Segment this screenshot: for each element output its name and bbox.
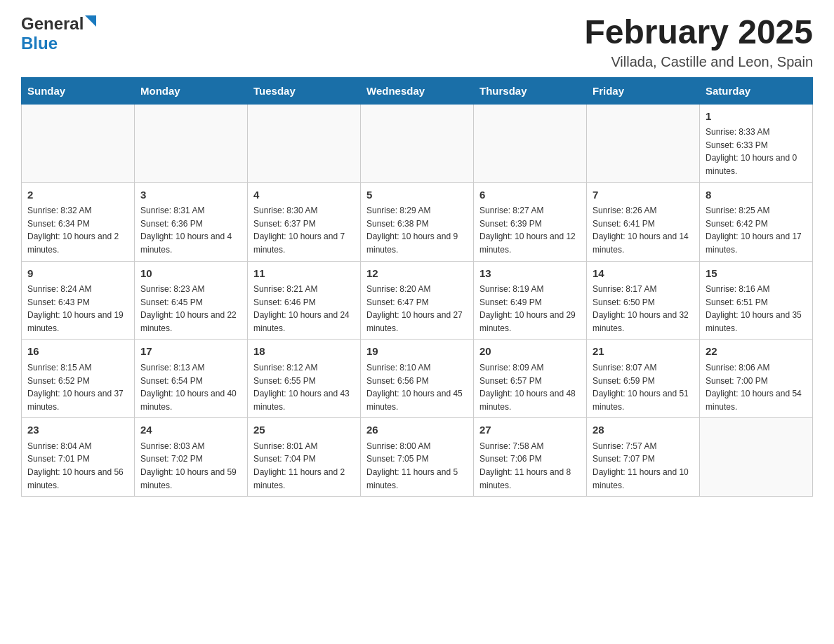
day-number: 5 xyxy=(366,187,468,203)
calendar-cell: 3Sunrise: 8:31 AM Sunset: 6:36 PM Daylig… xyxy=(135,182,248,261)
calendar-cell: 8Sunrise: 8:25 AM Sunset: 6:42 PM Daylig… xyxy=(700,182,813,261)
calendar-cell: 18Sunrise: 8:12 AM Sunset: 6:55 PM Dayli… xyxy=(248,340,361,418)
day-info: Sunrise: 8:03 AM Sunset: 7:02 PM Dayligh… xyxy=(140,440,241,492)
weekday-header-sunday: Sunday xyxy=(22,77,135,104)
day-info: Sunrise: 8:33 AM Sunset: 6:33 PM Dayligh… xyxy=(706,126,807,177)
day-info: Sunrise: 8:10 AM Sunset: 6:56 PM Dayligh… xyxy=(366,361,468,413)
day-info: Sunrise: 8:13 AM Sunset: 6:54 PM Dayligh… xyxy=(140,361,241,413)
location-text: Villada, Castille and Leon, Spain xyxy=(584,54,813,70)
calendar-week-row: 1Sunrise: 8:33 AM Sunset: 6:33 PM Daylig… xyxy=(22,104,813,182)
calendar-cell: 21Sunrise: 8:07 AM Sunset: 6:59 PM Dayli… xyxy=(587,340,700,418)
calendar-cell xyxy=(22,104,135,182)
month-title: February 2025 xyxy=(584,14,813,51)
day-info: Sunrise: 8:17 AM Sunset: 6:50 PM Dayligh… xyxy=(593,283,694,335)
day-number: 10 xyxy=(140,266,241,282)
calendar-week-row: 16Sunrise: 8:15 AM Sunset: 6:52 PM Dayli… xyxy=(22,340,813,418)
calendar-cell xyxy=(248,104,361,182)
day-info: Sunrise: 8:16 AM Sunset: 6:51 PM Dayligh… xyxy=(706,283,807,335)
calendar-cell: 23Sunrise: 8:04 AM Sunset: 7:01 PM Dayli… xyxy=(22,418,135,497)
calendar-cell: 12Sunrise: 8:20 AM Sunset: 6:47 PM Dayli… xyxy=(361,261,474,340)
day-info: Sunrise: 8:07 AM Sunset: 6:59 PM Dayligh… xyxy=(593,361,694,413)
day-info: Sunrise: 8:19 AM Sunset: 6:49 PM Dayligh… xyxy=(479,283,581,335)
day-number: 15 xyxy=(706,266,807,282)
logo-general-text: General xyxy=(21,14,84,34)
calendar-cell: 9Sunrise: 8:24 AM Sunset: 6:43 PM Daylig… xyxy=(22,261,135,340)
day-info: Sunrise: 8:32 AM Sunset: 6:34 PM Dayligh… xyxy=(27,204,128,256)
day-info: Sunrise: 8:01 AM Sunset: 7:04 PM Dayligh… xyxy=(253,440,355,492)
day-info: Sunrise: 8:09 AM Sunset: 6:57 PM Dayligh… xyxy=(479,361,581,413)
day-number: 19 xyxy=(366,344,468,360)
day-info: Sunrise: 8:25 AM Sunset: 6:42 PM Dayligh… xyxy=(706,204,807,256)
weekday-header-thursday: Thursday xyxy=(474,77,587,104)
weekday-header-saturday: Saturday xyxy=(700,77,813,104)
calendar-cell: 20Sunrise: 8:09 AM Sunset: 6:57 PM Dayli… xyxy=(474,340,587,418)
title-block: February 2025 Villada, Castille and Leon… xyxy=(584,14,813,70)
day-number: 20 xyxy=(479,344,581,360)
calendar-cell: 10Sunrise: 8:23 AM Sunset: 6:45 PM Dayli… xyxy=(135,261,248,340)
calendar-cell xyxy=(700,418,813,497)
day-info: Sunrise: 8:12 AM Sunset: 6:55 PM Dayligh… xyxy=(253,361,355,413)
calendar-week-row: 23Sunrise: 8:04 AM Sunset: 7:01 PM Dayli… xyxy=(22,418,813,497)
day-number: 18 xyxy=(253,344,355,360)
day-info: Sunrise: 8:27 AM Sunset: 6:39 PM Dayligh… xyxy=(479,204,581,256)
calendar-cell xyxy=(361,104,474,182)
logo: General Blue xyxy=(21,14,96,53)
calendar-week-row: 2Sunrise: 8:32 AM Sunset: 6:34 PM Daylig… xyxy=(22,182,813,261)
day-number: 14 xyxy=(593,266,694,282)
day-info: Sunrise: 8:23 AM Sunset: 6:45 PM Dayligh… xyxy=(140,283,241,335)
calendar-cell: 6Sunrise: 8:27 AM Sunset: 6:39 PM Daylig… xyxy=(474,182,587,261)
calendar-cell xyxy=(474,104,587,182)
calendar-header-row: SundayMondayTuesdayWednesdayThursdayFrid… xyxy=(22,77,813,104)
day-number: 1 xyxy=(706,109,807,125)
calendar-cell: 27Sunrise: 7:58 AM Sunset: 7:06 PM Dayli… xyxy=(474,418,587,497)
calendar-cell: 2Sunrise: 8:32 AM Sunset: 6:34 PM Daylig… xyxy=(22,182,135,261)
day-number: 24 xyxy=(140,422,241,438)
day-number: 7 xyxy=(593,187,694,203)
day-number: 17 xyxy=(140,344,241,360)
svg-marker-0 xyxy=(85,15,96,27)
day-number: 12 xyxy=(366,266,468,282)
day-number: 13 xyxy=(479,266,581,282)
weekday-header-friday: Friday xyxy=(587,77,700,104)
day-number: 9 xyxy=(27,266,128,282)
calendar-cell: 14Sunrise: 8:17 AM Sunset: 6:50 PM Dayli… xyxy=(587,261,700,340)
day-info: Sunrise: 8:20 AM Sunset: 6:47 PM Dayligh… xyxy=(366,283,468,335)
day-info: Sunrise: 8:06 AM Sunset: 7:00 PM Dayligh… xyxy=(706,361,807,413)
day-info: Sunrise: 8:15 AM Sunset: 6:52 PM Dayligh… xyxy=(27,361,128,413)
calendar-cell: 16Sunrise: 8:15 AM Sunset: 6:52 PM Dayli… xyxy=(22,340,135,418)
calendar-cell: 1Sunrise: 8:33 AM Sunset: 6:33 PM Daylig… xyxy=(700,104,813,182)
day-number: 3 xyxy=(140,187,241,203)
calendar-cell: 5Sunrise: 8:29 AM Sunset: 6:38 PM Daylig… xyxy=(361,182,474,261)
day-number: 23 xyxy=(27,422,128,438)
day-number: 16 xyxy=(27,344,128,360)
calendar-cell: 15Sunrise: 8:16 AM Sunset: 6:51 PM Dayli… xyxy=(700,261,813,340)
day-info: Sunrise: 8:21 AM Sunset: 6:46 PM Dayligh… xyxy=(253,283,355,335)
day-number: 21 xyxy=(593,344,694,360)
calendar-week-row: 9Sunrise: 8:24 AM Sunset: 6:43 PM Daylig… xyxy=(22,261,813,340)
calendar-cell: 26Sunrise: 8:00 AM Sunset: 7:05 PM Dayli… xyxy=(361,418,474,497)
logo-blue-text: Blue xyxy=(21,34,58,53)
day-info: Sunrise: 8:29 AM Sunset: 6:38 PM Dayligh… xyxy=(366,204,468,256)
day-info: Sunrise: 8:26 AM Sunset: 6:41 PM Dayligh… xyxy=(593,204,694,256)
page-header: General Blue February 2025 Villada, Cast… xyxy=(21,14,813,70)
day-info: Sunrise: 8:00 AM Sunset: 7:05 PM Dayligh… xyxy=(366,440,468,492)
day-number: 28 xyxy=(593,422,694,438)
day-info: Sunrise: 7:58 AM Sunset: 7:06 PM Dayligh… xyxy=(479,440,581,492)
calendar-cell: 28Sunrise: 7:57 AM Sunset: 7:07 PM Dayli… xyxy=(587,418,700,497)
calendar-table: SundayMondayTuesdayWednesdayThursdayFrid… xyxy=(21,77,813,497)
day-number: 25 xyxy=(253,422,355,438)
calendar-cell: 13Sunrise: 8:19 AM Sunset: 6:49 PM Dayli… xyxy=(474,261,587,340)
day-number: 11 xyxy=(253,266,355,282)
calendar-cell: 11Sunrise: 8:21 AM Sunset: 6:46 PM Dayli… xyxy=(248,261,361,340)
calendar-cell: 4Sunrise: 8:30 AM Sunset: 6:37 PM Daylig… xyxy=(248,182,361,261)
calendar-cell: 22Sunrise: 8:06 AM Sunset: 7:00 PM Dayli… xyxy=(700,340,813,418)
day-number: 4 xyxy=(253,187,355,203)
calendar-cell: 7Sunrise: 8:26 AM Sunset: 6:41 PM Daylig… xyxy=(587,182,700,261)
day-info: Sunrise: 8:04 AM Sunset: 7:01 PM Dayligh… xyxy=(27,440,128,492)
weekday-header-tuesday: Tuesday xyxy=(248,77,361,104)
calendar-cell xyxy=(135,104,248,182)
calendar-cell xyxy=(587,104,700,182)
day-number: 26 xyxy=(366,422,468,438)
calendar-cell: 17Sunrise: 8:13 AM Sunset: 6:54 PM Dayli… xyxy=(135,340,248,418)
weekday-header-monday: Monday xyxy=(135,77,248,104)
